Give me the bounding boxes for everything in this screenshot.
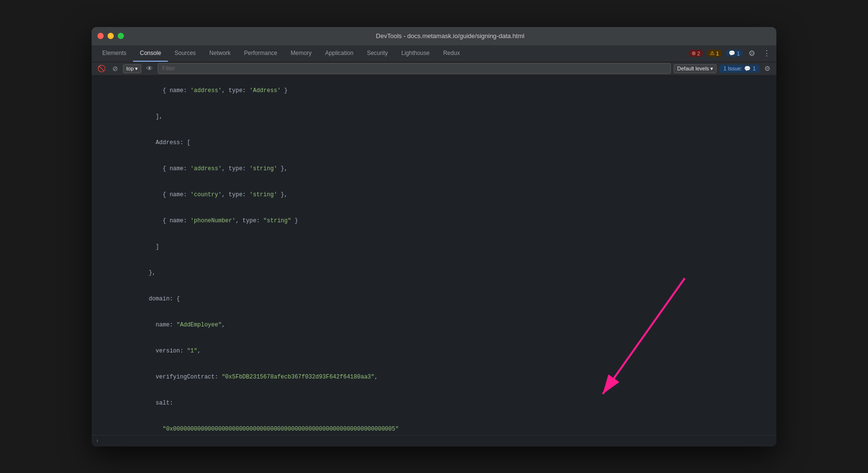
warning-badge[interactable]: ⚠ 1 bbox=[707, 50, 722, 57]
tab-performance[interactable]: Performance bbox=[237, 45, 284, 62]
table-row: { name: 'address', type: 'Address' } bbox=[92, 78, 776, 104]
traffic-lights bbox=[97, 33, 124, 39]
tab-application[interactable]: Application bbox=[318, 45, 360, 62]
tab-network[interactable]: Network bbox=[203, 45, 237, 62]
close-button[interactable] bbox=[97, 33, 104, 39]
title-bar: DevTools - docs.metamask.io/guide/signin… bbox=[92, 27, 776, 45]
tab-console[interactable]: Console bbox=[133, 45, 168, 62]
tab-bar-actions: ⊗ 2 ⚠ 1 💬 1 ⚙ ⋮ bbox=[689, 45, 773, 62]
table-row: verifyingContract: "0x5FbDB2315678afecb3… bbox=[92, 364, 776, 390]
context-selector[interactable]: top ▾ bbox=[123, 64, 141, 73]
tab-sources[interactable]: Sources bbox=[168, 45, 203, 62]
table-row: name: "AddEmployee", bbox=[92, 312, 776, 338]
error-icon: ⊗ bbox=[692, 50, 696, 56]
tab-lighthouse[interactable]: Lighthouse bbox=[394, 45, 436, 62]
tab-bar: Elements Console Sources Network Perform… bbox=[92, 45, 776, 62]
settings-icon[interactable]: ⚙ bbox=[746, 47, 757, 60]
message-icon: 💬 bbox=[744, 66, 751, 72]
tab-security[interactable]: Security bbox=[360, 45, 394, 62]
console-settings-icon[interactable]: ⚙ bbox=[762, 64, 773, 73]
log-levels-dropdown[interactable]: Default levels ▾ bbox=[674, 64, 717, 73]
filter-input[interactable] bbox=[158, 63, 671, 74]
window-title: DevTools - docs.metamask.io/guide/signin… bbox=[130, 32, 771, 40]
code-section: { name: 'address', type: 'Address' } ], … bbox=[92, 78, 776, 435]
table-row: Address: [ bbox=[92, 130, 776, 156]
console-bottom-prompt: › bbox=[92, 435, 776, 446]
table-row: ], bbox=[92, 104, 776, 130]
table-row: { name: 'address', type: 'string' }, bbox=[92, 156, 776, 182]
block-button[interactable]: ⊘ bbox=[110, 64, 120, 73]
tab-redux[interactable]: Redux bbox=[436, 45, 467, 62]
table-row: { name: 'phoneNumber', type: "string" } bbox=[92, 208, 776, 234]
table-row: domain: { bbox=[92, 286, 776, 312]
table-row: ] bbox=[92, 234, 776, 260]
clear-console-button[interactable]: 🚫 bbox=[95, 64, 108, 73]
table-row: "0x0000000000000000000000000000000000000… bbox=[92, 416, 776, 435]
warning-icon: ⚠ bbox=[710, 50, 715, 56]
error-badge[interactable]: ⊗ 2 bbox=[689, 50, 703, 57]
table-row: version: "1", bbox=[92, 338, 776, 364]
minimize-button[interactable] bbox=[108, 33, 114, 39]
message-icon: 💬 bbox=[729, 50, 735, 56]
console-output[interactable]: { name: 'address', type: 'Address' } ], … bbox=[92, 76, 776, 435]
devtools-window: DevTools - docs.metamask.io/guide/signin… bbox=[92, 27, 776, 446]
tab-memory[interactable]: Memory bbox=[284, 45, 318, 62]
more-options-icon[interactable]: ⋮ bbox=[761, 47, 773, 60]
table-row: { name: 'country', type: 'string' }, bbox=[92, 182, 776, 208]
table-row: salt: bbox=[92, 390, 776, 416]
prompt-symbol: › bbox=[95, 437, 99, 444]
console-toolbar: 🚫 ⊘ top ▾ 👁 Default levels ▾ 1 Issue: 💬 … bbox=[92, 62, 776, 76]
issues-button[interactable]: 1 Issue: 💬 1 bbox=[719, 65, 760, 73]
maximize-button[interactable] bbox=[118, 33, 124, 39]
chevron-down-icon: ▾ bbox=[710, 66, 713, 72]
eye-icon[interactable]: 👁 bbox=[144, 64, 155, 73]
tab-elements[interactable]: Elements bbox=[95, 45, 133, 62]
chevron-down-icon: ▾ bbox=[135, 66, 138, 72]
info-badge[interactable]: 💬 1 bbox=[726, 50, 743, 57]
table-row: }, bbox=[92, 260, 776, 286]
